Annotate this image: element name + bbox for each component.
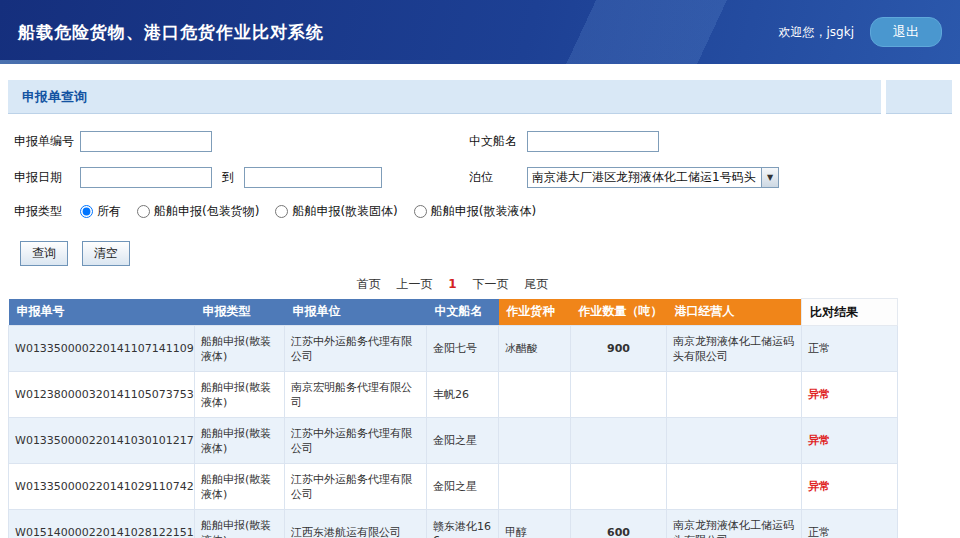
berth-selected-value: 南京港大厂港区龙翔液体化工储运1号码头 (528, 168, 761, 187)
cell-declaration-type: 船舶申报(散装液体) (195, 464, 285, 510)
cell-compare-result: 异常 (802, 464, 898, 510)
pagination: 首页 上一页 1 下一页 尾页 (8, 276, 897, 293)
cell-quantity (571, 372, 667, 418)
cell-quantity: 900 (571, 326, 667, 372)
radio-label-bulk-liquid: 船舶申报(散装液体) (431, 203, 536, 220)
results-table: 申报单号 申报类型 申报单位 中文船名 作业货种 作业数量（吨） 港口经营人 比… (8, 298, 898, 538)
cell-port-operator: 南京龙翔液体化工储运码头有限公司 (667, 326, 802, 372)
cell-port-operator (667, 418, 802, 464)
cell-quantity (571, 464, 667, 510)
table-header-row: 申报单号 申报类型 申报单位 中文船名 作业货种 作业数量（吨） 港口经营人 比… (9, 299, 898, 326)
cell-compare-result: 异常 (802, 372, 898, 418)
col-header-declaration-type: 申报类型 (195, 299, 285, 326)
radio-input-packaged[interactable] (137, 205, 150, 218)
col-header-declaration-no: 申报单号 (9, 299, 195, 326)
table-row: W013350000220141029110742 船舶申报(散装液体) 江苏中… (9, 464, 898, 510)
table-row: W013350000220141030101217 船舶申报(散装液体) 江苏中… (9, 418, 898, 464)
date-to-label: 到 (222, 169, 234, 186)
cell-declaration-type: 船舶申报(散装液体) (195, 510, 285, 538)
cell-declaration-unit: 江苏中外运船务代理有限公司 (285, 464, 427, 510)
ship-name-label: 中文船名 (469, 133, 527, 150)
table-row: W015140000220141028122151 船舶申报(散装液体) 江西东… (9, 510, 898, 538)
cell-declaration-type: 船舶申报(散装液体) (195, 372, 285, 418)
cell-cargo-type: 甲醇 (499, 510, 571, 538)
col-header-ship-name: 中文船名 (427, 299, 499, 326)
ship-name-input[interactable] (527, 131, 659, 152)
col-header-cargo-type: 作业货种 (499, 299, 571, 326)
query-button[interactable]: 查询 (20, 241, 68, 266)
cell-declaration-unit: 江西东港航运有限公司 (285, 510, 427, 538)
cell-compare-result: 正常 (802, 326, 898, 372)
radio-type-bulk-liquid[interactable]: 船舶申报(散装液体) (414, 203, 536, 220)
berth-select[interactable]: 南京港大厂港区龙翔液体化工储运1号码头 ▼ (527, 167, 779, 188)
app-title: 船载危险货物、港口危货作业比对系统 (18, 21, 324, 44)
pagination-prev[interactable]: 上一页 (396, 277, 432, 291)
radio-type-packaged[interactable]: 船舶申报(包装货物) (137, 203, 259, 220)
cell-ship-name: 金阳之星 (427, 464, 499, 510)
cell-declaration-type: 船舶申报(散装液体) (195, 418, 285, 464)
cell-ship-name: 赣东港化166 (427, 510, 499, 538)
cell-port-operator (667, 372, 802, 418)
cell-declaration-unit: 江苏中外运船务代理有限公司 (285, 326, 427, 372)
radio-label-all: 所有 (97, 203, 121, 220)
col-header-declaration-unit: 申报单位 (285, 299, 427, 326)
cell-port-operator (667, 464, 802, 510)
radio-label-packaged: 船舶申报(包装货物) (154, 203, 259, 220)
cell-declaration-unit: 南京宏明船务代理有限公司 (285, 372, 427, 418)
page-title: 申报单查询 (8, 80, 881, 114)
cell-ship-name: 金阳之星 (427, 418, 499, 464)
cell-cargo-type (499, 372, 571, 418)
radio-type-bulk-solid[interactable]: 船舶申报(散装固体) (275, 203, 397, 220)
radio-input-bulk-solid[interactable] (275, 205, 288, 218)
cell-quantity (571, 418, 667, 464)
col-header-compare-result: 比对结果 (802, 299, 898, 326)
cell-declaration-no: W013350000220141107141109 (9, 326, 195, 372)
radio-type-all[interactable]: 所有 (80, 203, 121, 220)
declaration-type-radios: 所有 船舶申报(包装货物) 船舶申报(散装固体) 船舶申报(散装液体) (80, 203, 552, 220)
radio-input-bulk-liquid[interactable] (414, 205, 427, 218)
spacer (0, 64, 960, 80)
top-header-bar: 船载危险货物、港口危货作业比对系统 欢迎您，jsgkj 退出 (0, 0, 960, 64)
cell-declaration-no: W013350000220141030101217 (9, 418, 195, 464)
table-row: W012380000320141105073753 船舶申报(散装液体) 南京宏… (9, 372, 898, 418)
col-header-quantity: 作业数量（吨） (571, 299, 667, 326)
declaration-type-label: 申报类型 (14, 203, 80, 220)
pagination-first[interactable]: 首页 (357, 277, 381, 291)
pagination-last[interactable]: 尾页 (524, 277, 548, 291)
pagination-next[interactable]: 下一页 (473, 277, 509, 291)
cell-declaration-no: W012380000320141105073753 (9, 372, 195, 418)
declaration-no-label: 申报单编号 (14, 133, 80, 150)
declaration-no-input[interactable] (80, 131, 212, 152)
cell-ship-name: 丰帆26 (427, 372, 499, 418)
pagination-current-page[interactable]: 1 (448, 277, 456, 291)
date-to-input[interactable] (244, 167, 382, 188)
logout-button[interactable]: 退出 (870, 17, 942, 47)
cell-compare-result: 异常 (802, 418, 898, 464)
radio-input-all[interactable] (80, 205, 93, 218)
cell-ship-name: 金阳七号 (427, 326, 499, 372)
date-label: 申报日期 (14, 169, 80, 186)
radio-label-bulk-solid: 船舶申报(散装固体) (292, 203, 397, 220)
table-row: W013350000220141107141109 船舶申报(散装液体) 江苏中… (9, 326, 898, 372)
cell-cargo-type (499, 464, 571, 510)
cell-cargo-type (499, 418, 571, 464)
cell-compare-result: 正常 (802, 510, 898, 538)
section-tab-right-block (886, 80, 952, 114)
cell-declaration-type: 船舶申报(散装液体) (195, 326, 285, 372)
berth-label: 泊位 (469, 169, 527, 186)
cell-cargo-type: 冰醋酸 (499, 326, 571, 372)
cell-port-operator: 南京龙翔液体化工储运码头有限公司 (667, 510, 802, 538)
cell-declaration-unit: 江苏中外运船务代理有限公司 (285, 418, 427, 464)
action-buttons: 查询 清空 (0, 235, 960, 266)
welcome-text: 欢迎您，jsgkj (779, 24, 855, 41)
clear-button[interactable]: 清空 (82, 241, 130, 266)
cell-declaration-no: W015140000220141028122151 (9, 510, 195, 538)
cell-quantity: 600 (571, 510, 667, 538)
date-from-input[interactable] (80, 167, 212, 188)
query-form: 申报单编号 中文船名 申报日期 到 泊位 南京港大厂港区龙翔液体化工储运1号码头… (0, 114, 960, 220)
chevron-down-icon[interactable]: ▼ (761, 168, 778, 187)
col-header-port-operator: 港口经营人 (667, 299, 802, 326)
section-tab-row: 申报单查询 (8, 80, 952, 114)
cell-declaration-no: W013350000220141029110742 (9, 464, 195, 510)
